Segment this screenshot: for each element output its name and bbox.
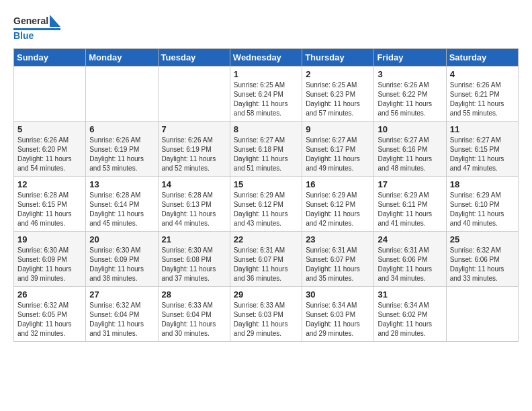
calendar-cell: 22Sunrise: 6:31 AMSunset: 6:07 PMDayligh… [230,232,302,287]
calendar-table: SundayMondayTuesdayWednesdayThursdayFrid… [13,48,519,342]
calendar-cell: 9Sunrise: 6:27 AMSunset: 6:17 PMDaylight… [302,122,374,177]
calendar-cell [86,66,158,122]
day-info: Sunrise: 6:26 AMSunset: 6:22 PMDaylight:… [378,81,432,117]
day-number: 1 [234,69,298,79]
day-number: 20 [89,234,154,244]
day-info: Sunrise: 6:30 AMSunset: 6:08 PMDaylight:… [162,246,216,282]
weekday-sunday: Sunday [14,49,86,66]
weekday-saturday: Saturday [446,49,518,66]
day-number: 10 [378,124,442,134]
day-number: 29 [234,289,298,300]
day-info: Sunrise: 6:29 AMSunset: 6:11 PMDaylight:… [378,191,432,227]
svg-text:General: General [13,15,48,26]
day-info: Sunrise: 6:32 AMSunset: 6:06 PMDaylight:… [450,246,504,282]
day-info: Sunrise: 6:29 AMSunset: 6:10 PMDaylight:… [450,191,504,227]
day-info: Sunrise: 6:28 AMSunset: 6:14 PMDaylight:… [89,191,144,227]
calendar-cell: 23Sunrise: 6:31 AMSunset: 6:07 PMDayligh… [302,232,374,287]
day-number: 28 [162,289,226,300]
day-info: Sunrise: 6:26 AMSunset: 6:20 PMDaylight:… [17,136,72,172]
week-row-4: 19Sunrise: 6:30 AMSunset: 6:09 PMDayligh… [14,232,519,287]
day-info: Sunrise: 6:26 AMSunset: 6:19 PMDaylight:… [89,136,144,172]
day-number: 26 [17,289,82,300]
day-number: 30 [306,289,370,300]
week-row-2: 5Sunrise: 6:26 AMSunset: 6:20 PMDaylight… [14,122,519,177]
calendar-cell: 2Sunrise: 6:25 AMSunset: 6:23 PMDaylight… [302,66,374,122]
calendar-cell: 13Sunrise: 6:28 AMSunset: 6:14 PMDayligh… [86,177,158,232]
day-number: 22 [234,234,298,244]
svg-text:Blue: Blue [13,30,34,41]
day-number: 8 [234,124,298,134]
calendar-cell: 10Sunrise: 6:27 AMSunset: 6:16 PMDayligh… [374,122,446,177]
weekday-monday: Monday [86,49,158,66]
day-info: Sunrise: 6:31 AMSunset: 6:06 PMDaylight:… [378,246,432,282]
calendar-cell: 29Sunrise: 6:33 AMSunset: 6:03 PMDayligh… [230,287,302,342]
calendar-cell: 26Sunrise: 6:32 AMSunset: 6:05 PMDayligh… [14,287,86,342]
logo: General Blue [13,12,60,42]
day-number: 11 [450,124,515,134]
calendar-cell: 30Sunrise: 6:34 AMSunset: 6:03 PMDayligh… [302,287,374,342]
calendar-cell: 20Sunrise: 6:30 AMSunset: 6:09 PMDayligh… [86,232,158,287]
logo-icon: General Blue [13,12,60,42]
day-number: 31 [378,289,442,300]
calendar-cell: 12Sunrise: 6:28 AMSunset: 6:15 PMDayligh… [14,177,86,232]
weekday-wednesday: Wednesday [230,49,302,66]
day-info: Sunrise: 6:25 AMSunset: 6:24 PMDaylight:… [234,81,288,117]
day-number: 13 [89,179,154,189]
day-number: 4 [450,69,515,79]
day-info: Sunrise: 6:27 AMSunset: 6:16 PMDaylight:… [378,136,432,172]
day-info: Sunrise: 6:26 AMSunset: 6:21 PMDaylight:… [450,81,504,117]
calendar-cell [446,287,518,342]
day-info: Sunrise: 6:30 AMSunset: 6:09 PMDaylight:… [89,246,144,282]
day-info: Sunrise: 6:25 AMSunset: 6:23 PMDaylight:… [306,81,360,117]
day-number: 15 [234,179,298,189]
calendar-cell [14,66,86,122]
calendar-cell: 28Sunrise: 6:33 AMSunset: 6:04 PMDayligh… [158,287,230,342]
weekday-header-row: SundayMondayTuesdayWednesdayThursdayFrid… [14,49,519,66]
day-number: 24 [378,234,442,244]
weekday-friday: Friday [374,49,446,66]
day-info: Sunrise: 6:30 AMSunset: 6:09 PMDaylight:… [17,246,72,282]
calendar-cell: 6Sunrise: 6:26 AMSunset: 6:19 PMDaylight… [86,122,158,177]
day-info: Sunrise: 6:29 AMSunset: 6:12 PMDaylight:… [306,191,360,227]
day-info: Sunrise: 6:27 AMSunset: 6:18 PMDaylight:… [234,136,288,172]
day-number: 12 [17,179,82,189]
day-number: 2 [306,69,370,79]
calendar-cell: 21Sunrise: 6:30 AMSunset: 6:08 PMDayligh… [158,232,230,287]
calendar-cell: 18Sunrise: 6:29 AMSunset: 6:10 PMDayligh… [446,177,518,232]
svg-marker-1 [50,15,60,27]
day-info: Sunrise: 6:31 AMSunset: 6:07 PMDaylight:… [306,246,360,282]
week-row-1: 1Sunrise: 6:25 AMSunset: 6:24 PMDaylight… [14,66,519,122]
day-info: Sunrise: 6:26 AMSunset: 6:19 PMDaylight:… [162,136,216,172]
day-number: 6 [89,124,154,134]
day-info: Sunrise: 6:28 AMSunset: 6:15 PMDaylight:… [17,191,72,227]
calendar-cell: 31Sunrise: 6:34 AMSunset: 6:02 PMDayligh… [374,287,446,342]
header: General Blue [13,12,519,42]
calendar-cell [158,66,230,122]
day-info: Sunrise: 6:31 AMSunset: 6:07 PMDaylight:… [234,246,288,282]
calendar-cell: 15Sunrise: 6:29 AMSunset: 6:12 PMDayligh… [230,177,302,232]
calendar-cell: 11Sunrise: 6:27 AMSunset: 6:15 PMDayligh… [446,122,518,177]
week-row-5: 26Sunrise: 6:32 AMSunset: 6:05 PMDayligh… [14,287,519,342]
calendar-cell: 1Sunrise: 6:25 AMSunset: 6:24 PMDaylight… [230,66,302,122]
day-number: 5 [17,124,82,134]
day-info: Sunrise: 6:32 AMSunset: 6:04 PMDaylight:… [89,302,144,337]
day-info: Sunrise: 6:29 AMSunset: 6:12 PMDaylight:… [234,191,288,227]
day-number: 18 [450,179,515,189]
day-info: Sunrise: 6:28 AMSunset: 6:13 PMDaylight:… [162,191,216,227]
calendar-cell: 14Sunrise: 6:28 AMSunset: 6:13 PMDayligh… [158,177,230,232]
day-number: 17 [378,179,442,189]
page: General Blue SundayMondayTuesdayWednesda… [0,0,532,411]
calendar-cell: 17Sunrise: 6:29 AMSunset: 6:11 PMDayligh… [374,177,446,232]
weekday-thursday: Thursday [302,49,374,66]
calendar-cell: 5Sunrise: 6:26 AMSunset: 6:20 PMDaylight… [14,122,86,177]
calendar-cell: 25Sunrise: 6:32 AMSunset: 6:06 PMDayligh… [446,232,518,287]
day-info: Sunrise: 6:27 AMSunset: 6:17 PMDaylight:… [306,136,360,172]
calendar-cell: 8Sunrise: 6:27 AMSunset: 6:18 PMDaylight… [230,122,302,177]
day-info: Sunrise: 6:32 AMSunset: 6:05 PMDaylight:… [17,302,72,337]
calendar-cell: 7Sunrise: 6:26 AMSunset: 6:19 PMDaylight… [158,122,230,177]
calendar-cell: 4Sunrise: 6:26 AMSunset: 6:21 PMDaylight… [446,66,518,122]
day-number: 25 [450,234,515,244]
day-number: 9 [306,124,370,134]
calendar-cell: 24Sunrise: 6:31 AMSunset: 6:06 PMDayligh… [374,232,446,287]
day-number: 21 [162,234,226,244]
